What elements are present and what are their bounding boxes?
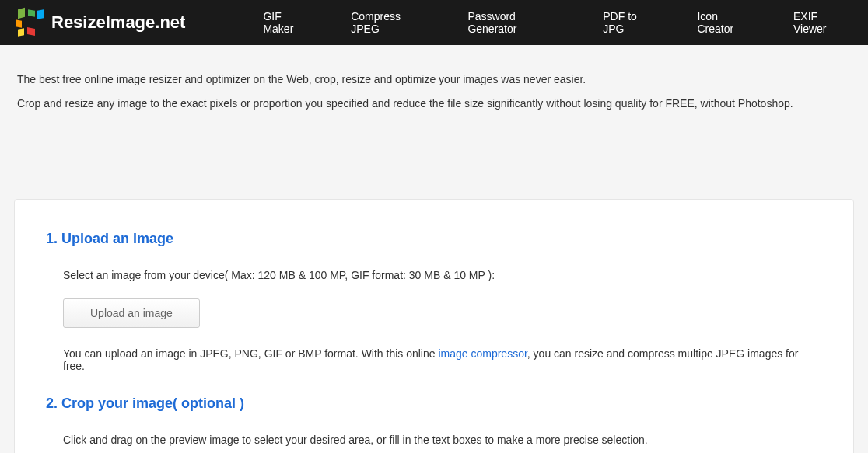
nav-pdf-to-jpg[interactable]: PDF to JPG — [603, 10, 660, 35]
main-header: ResizeImage.net GIF Maker Compress JPEG … — [0, 0, 868, 45]
intro-line-2: Crop and resize any image to the exact p… — [17, 92, 851, 115]
section-upload-title: 1. Upload an image — [46, 231, 822, 247]
upload-note-pre: You can upload an image in JPEG, PNG, GI… — [63, 347, 438, 360]
brand-name: ResizeImage.net — [51, 12, 185, 33]
upload-note: You can upload an image in JPEG, PNG, GI… — [63, 347, 822, 372]
nav-gif-maker[interactable]: GIF Maker — [263, 10, 313, 35]
intro-section: The best free online image resizer and o… — [0, 45, 868, 121]
logo-link[interactable]: ResizeImage.net — [16, 9, 185, 37]
section-upload: 1. Upload an image Select an image from … — [46, 231, 822, 372]
image-compressor-link[interactable]: image compressor — [438, 347, 527, 360]
intro-line-1: The best free online image resizer and o… — [17, 68, 851, 91]
upload-button[interactable]: Upload an image — [63, 298, 200, 328]
logo-icon — [16, 9, 44, 37]
upload-instruction: Select an image from your device( Max: 1… — [63, 269, 822, 281]
main-card: 1. Upload an image Select an image from … — [14, 199, 854, 453]
section-crop-title: 2. Crop your image( optional ) — [46, 396, 822, 412]
nav-exif-viewer[interactable]: EXIF Viewer — [793, 10, 852, 35]
section-crop: 2. Crop your image( optional ) Click and… — [46, 396, 822, 453]
top-nav: GIF Maker Compress JPEG Password Generat… — [263, 10, 852, 35]
crop-instruction: Click and drag on the preview image to s… — [63, 434, 822, 446]
nav-compress-jpeg[interactable]: Compress JPEG — [351, 10, 430, 35]
nav-icon-creator[interactable]: Icon Creator — [697, 10, 756, 35]
nav-password-generator[interactable]: Password Generator — [467, 10, 565, 35]
